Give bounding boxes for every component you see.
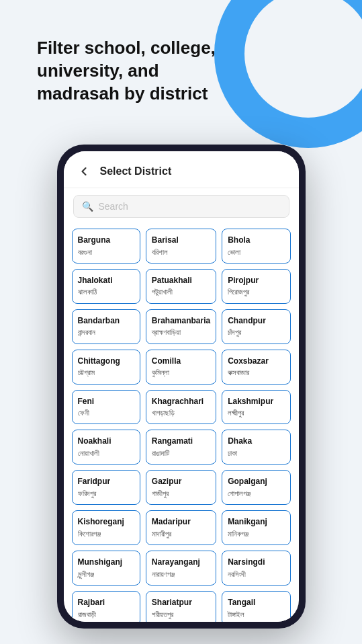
- district-item[interactable]: Narayanganjনারায়ণগঞ্জ: [146, 551, 216, 586]
- district-name-en: Gopalganj: [228, 477, 284, 487]
- search-icon: 🔍: [82, 201, 93, 212]
- header-section: Filter school, college, university, and …: [37, 37, 232, 105]
- district-name-en: Lakshmipur: [228, 397, 284, 407]
- district-name-en: Kishoreganj: [78, 517, 134, 528]
- district-name-en: Patuakhali: [152, 276, 210, 286]
- district-name-bn: মানিকগঞ্জ: [228, 529, 284, 538]
- district-name-bn: বরিশাল: [152, 247, 210, 257]
- district-name-en: Dhaka: [228, 436, 284, 447]
- district-item[interactable]: Bholaভোলা: [222, 229, 290, 264]
- search-input-wrapper[interactable]: 🔍 Search: [73, 195, 289, 218]
- district-item[interactable]: Munshiganjমুন্সীগঞ্জ: [72, 551, 140, 586]
- district-item[interactable]: Jhalokatiঝালকাঠি: [72, 269, 140, 304]
- district-name-en: Barguna: [78, 235, 134, 246]
- district-item[interactable]: Feniফেনী: [72, 390, 140, 425]
- phone-screen: Select District 🔍 Search BargunaবরগুনাBa…: [64, 151, 299, 622]
- district-name-bn: ঝালকাঠি: [78, 287, 134, 296]
- district-item[interactable]: Bargunaবরগুনা: [72, 229, 140, 264]
- district-name-en: Barisal: [152, 235, 210, 246]
- district-item[interactable]: Noakhaliনোয়াখালী: [72, 430, 140, 465]
- district-name-bn: পটুয়াখালী: [152, 287, 210, 296]
- search-bar: 🔍 Search: [64, 188, 299, 225]
- district-name-bn: কক্সবাজার: [228, 368, 284, 377]
- district-name-en: Bhola: [228, 235, 284, 246]
- district-name-en: Madaripur: [152, 517, 210, 528]
- district-name-bn: নরসিংদী: [228, 569, 284, 579]
- district-name-en: Munshiganj: [78, 557, 134, 568]
- district-item[interactable]: Patuakhaliপটুয়াখালী: [146, 269, 216, 304]
- district-item[interactable]: Madaripurমাদারীপুর: [146, 510, 216, 545]
- district-name-en: Manikganj: [228, 517, 284, 528]
- district-item[interactable]: Manikganjমানিকগঞ্জ: [222, 510, 290, 545]
- district-name-bn: পিরোজপুর: [228, 287, 284, 296]
- district-name-en: Pirojpur: [228, 276, 284, 286]
- district-item[interactable]: Narsingdiনরসিংদী: [222, 551, 290, 586]
- background-circle: [214, 0, 362, 148]
- district-name-bn: গাজীপুর: [152, 489, 210, 498]
- district-name-bn: চাঁদপুর: [228, 327, 284, 337]
- district-name-bn: রাঙামাটি: [152, 448, 210, 458]
- district-name-en: Rajbari: [78, 598, 134, 608]
- district-item[interactable]: Tangailটাঙ্গাইল: [222, 591, 290, 622]
- district-item[interactable]: Shariatpurশরীয়তপুর: [146, 591, 216, 622]
- district-name-bn: ব্রাহ্মণবাড়িয়া: [152, 327, 210, 337]
- district-item[interactable]: Chandpurচাঁদপুর: [222, 309, 290, 344]
- district-name-bn: গোপালগঞ্জ: [228, 489, 284, 498]
- district-name-bn: নোয়াখালী: [78, 448, 134, 458]
- top-bar: Select District: [64, 151, 299, 188]
- district-name-en: Chittagong: [78, 356, 134, 367]
- district-name-en: Jhalokati: [78, 276, 134, 286]
- district-item[interactable]: Rangamatiরাঙামাটি: [146, 430, 216, 465]
- district-name-bn: ভোলা: [228, 247, 284, 257]
- district-item[interactable]: Faridpurফরিদপুর: [72, 470, 140, 505]
- district-item[interactable]: Kishoreganjকিশোরগঞ্জ: [72, 510, 140, 545]
- district-item[interactable]: Khagrachhariখাগড়াছড়ি: [146, 390, 216, 425]
- district-name-bn: মুন্সীগঞ্জ: [78, 569, 134, 579]
- district-name-bn: শরীয়তপুর: [152, 610, 210, 619]
- district-name-en: Rangamati: [152, 436, 210, 447]
- district-name-en: Noakhali: [78, 436, 134, 447]
- district-item[interactable]: Coxsbazarকক্সবাজার: [222, 350, 290, 385]
- district-name-en: Tangail: [228, 598, 284, 608]
- district-name-en: Brahamanbaria: [152, 316, 210, 327]
- phone-mockup: Select District 🔍 Search BargunaবরগুনাBa…: [57, 145, 306, 629]
- district-name-bn: টাঙ্গাইল: [228, 610, 284, 619]
- district-item[interactable]: Brahamanbariaব্রাহ্মণবাড়িয়া: [146, 309, 216, 344]
- district-name-bn: ফেনী: [78, 408, 134, 417]
- district-item[interactable]: Rajbariরাজবাড়ী: [72, 591, 140, 622]
- district-name-bn: লক্ষ্মীপুর: [228, 408, 284, 417]
- district-name-en: Feni: [78, 397, 134, 407]
- district-name-en: Faridpur: [78, 477, 134, 487]
- district-name-en: Khagrachhari: [152, 397, 210, 407]
- district-grid: BargunaবরগুনাBarisalবরিশালBholaভোলাJhalo…: [64, 225, 299, 622]
- back-button[interactable]: [75, 162, 93, 181]
- page-title: Filter school, college, university, and …: [37, 37, 232, 105]
- district-name-bn: বরগুনা: [78, 247, 134, 257]
- district-name-bn: কুমিল্লা: [152, 368, 210, 377]
- district-item[interactable]: Bandarbanবান্দরবান: [72, 309, 140, 344]
- district-name-en: Coxsbazar: [228, 356, 284, 367]
- district-name-en: Chandpur: [228, 316, 284, 327]
- district-name-en: Narsingdi: [228, 557, 284, 568]
- district-item[interactable]: Gazipurগাজীপুর: [146, 470, 216, 505]
- district-item[interactable]: Barisalবরিশাল: [146, 229, 216, 264]
- district-name-bn: ঢাকা: [228, 448, 284, 458]
- district-name-bn: মাদারীপুর: [152, 529, 210, 538]
- district-item[interactable]: Comillaকুমিল্লা: [146, 350, 216, 385]
- search-placeholder-text: Search: [99, 201, 128, 212]
- district-name-en: Narayanganj: [152, 557, 210, 568]
- district-name-bn: খাগড়াছড়ি: [152, 408, 210, 417]
- district-name-en: Gazipur: [152, 477, 210, 487]
- district-name-en: Comilla: [152, 356, 210, 367]
- district-item[interactable]: Pirojpurপিরোজপুর: [222, 269, 290, 304]
- district-name-bn: কিশোরগঞ্জ: [78, 529, 134, 538]
- district-name-bn: চট্টগ্রাম: [78, 368, 134, 377]
- district-item[interactable]: Dhakaঢাকা: [222, 430, 290, 465]
- district-item[interactable]: Chittagongচট্টগ্রাম: [72, 350, 140, 385]
- district-name-bn: ফরিদপুর: [78, 489, 134, 498]
- district-name-en: Bandarban: [78, 316, 134, 327]
- district-item[interactable]: Lakshmipurলক্ষ্মীপুর: [222, 390, 290, 425]
- district-name-bn: নারায়ণগঞ্জ: [152, 569, 210, 579]
- district-item[interactable]: Gopalganjগোপালগঞ্জ: [222, 470, 290, 505]
- district-name-en: Shariatpur: [152, 598, 210, 608]
